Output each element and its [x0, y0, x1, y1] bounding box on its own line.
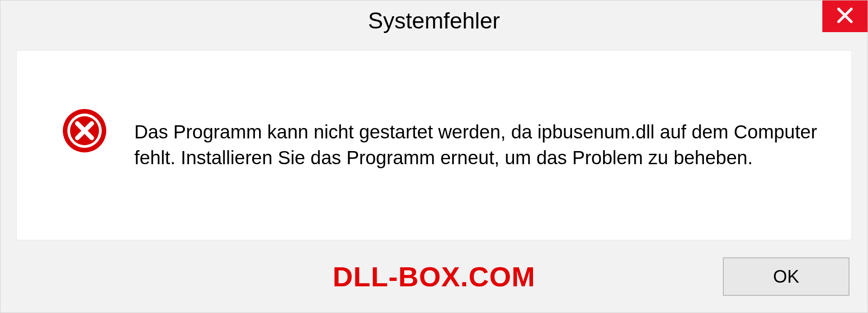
- titlebar: Systemfehler: [0, 0, 868, 41]
- close-icon: [836, 6, 854, 26]
- content-panel: Das Programm kann nicht gestartet werden…: [16, 50, 852, 240]
- dialog-footer: DLL-BOX.COM OK: [0, 240, 868, 313]
- close-button[interactable]: [822, 0, 868, 32]
- ok-button-label: OK: [773, 266, 799, 287]
- error-icon: [62, 108, 107, 155]
- watermark-text: DLL-BOX.COM: [333, 261, 535, 293]
- dialog-title: Systemfehler: [368, 8, 500, 34]
- error-message: Das Programm kann nicht gestartet werden…: [134, 119, 820, 171]
- error-dialog: Systemfehler Das Programm kann nicht ges…: [0, 0, 868, 313]
- ok-button[interactable]: OK: [723, 257, 849, 296]
